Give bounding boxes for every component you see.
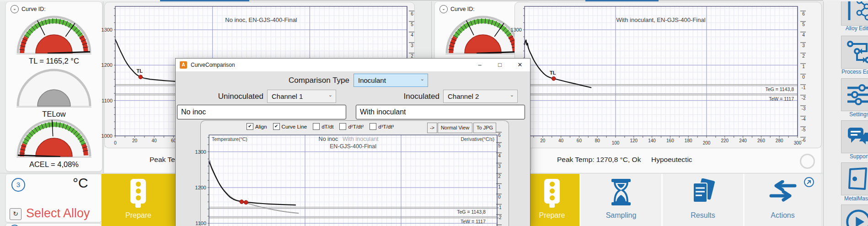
curve-id-label: Curve ID: [21,6,46,12]
inoculated-label: Inoculated [366,92,439,101]
svg-text:Temperature(°C): Temperature(°C) [212,136,247,142]
settings-sliders-icon [846,82,868,108]
refresh-button[interactable]: ↻ [10,208,21,220]
curve-id-label: Curve ID: [450,6,475,12]
minimize-button[interactable]: – [470,59,490,71]
svg-text:-1: -1 [498,205,502,210]
sampling-label: Sampling [581,211,661,220]
alloy-editor-icon [846,0,868,22]
select-alloy-button[interactable]: Select Alloy [26,206,90,221]
comparison-type-label: Comparison Type [258,76,349,85]
uninoculated-name-input[interactable] [177,105,346,119]
normal-view-button[interactable]: Normal View [438,123,472,133]
svg-text:0: 0 [498,194,501,199]
d-t-dt--checkbox[interactable]: d²T/dt² [339,123,364,130]
curve-id-header: ⌄ Curve ID: [439,5,475,13]
results-tile[interactable]: Results [663,174,743,226]
application-window: Peak Te Peak Temp: 1270,8 °C, Ok Hypoeut… [0,0,868,226]
inoculated-name-input[interactable] [356,105,525,119]
chevron-down-icon: ⌄ [510,92,514,98]
uninoculated-label: Uninoculated [190,92,263,101]
svg-text:With inoculant: With inoculant [343,136,379,142]
sidebar-item-process-editor[interactable] [841,36,868,69]
inoculated-channel-value: Channel 2 [448,92,479,100]
sidebar: Alloy Editor Process Editor Settings [823,0,868,226]
svg-text:1200: 1200 [195,185,206,190]
svg-text:4: 4 [498,153,501,158]
chevron-down-icon[interactable]: ⌄ [11,5,19,13]
svg-text:1100: 1100 [195,221,206,226]
telow-gauge [15,67,93,109]
sidebar-item-settings[interactable] [841,78,868,111]
prepare-label: Prepare [525,211,579,220]
inoculated-channel-select[interactable]: Channel 2⌄ [443,90,518,103]
to-jpg-button[interactable]: To JPG [473,123,496,133]
svg-text:3: 3 [498,164,501,169]
left-curve-id-panel: ⌄ Curve ID: TL = 1165,2 °C TELow ACEL = … [5,1,102,172]
process-editor-icon [846,40,868,64]
maximize-button[interactable]: □ [490,59,510,71]
swap-arrows-icon [768,180,798,202]
sampling-tile[interactable]: Sampling [581,174,661,226]
acel-gauge [15,117,93,159]
sidebar-item-alloy-editor[interactable] [841,0,868,26]
svg-text:TeW = 1117: TeW = 1117 [461,219,486,224]
dt-dt-checkbox[interactable]: dT/dt [313,123,333,130]
top-edge-strip [0,0,868,1]
metalmaster-icon [846,167,868,191]
actions-tile[interactable]: Actions [745,174,821,226]
svg-text:1: 1 [498,184,501,189]
traffic-light-icon [544,179,560,204]
eutectic-type-text: Hypoeutectic [651,156,692,164]
documents-icon [691,178,716,205]
comparison-chart-panel: ✔Align✔Curve LinedT/dtd²T/dt²d³T/dt³ -> … [200,120,509,226]
app-icon: A [180,61,187,69]
chevron-down-icon[interactable]: ⌄ [439,5,448,13]
checkbox-row: ✔Align✔Curve LinedT/dtd²T/dt²d³T/dt³ [246,123,394,130]
chevron-down-icon: ⌄ [328,92,332,98]
process-editor-label: Process Editor [841,69,868,75]
tl-gauge [15,14,93,56]
prepare-tile[interactable]: Prepare [525,174,579,226]
uninoculated-channel-select[interactable]: Channel 1⌄ [267,90,336,103]
workflow-tiles: Prepare Sampling Results [525,174,821,226]
forward-button[interactable]: -> [427,123,437,133]
sidebar-item-metalmaster[interactable] [841,162,868,195]
right-peak-temp-text: Peak Temp: 1270,8 °C, Ok [557,156,641,164]
pop-out-arrow-icon[interactable] [804,177,814,188]
next-card-sliver [5,223,102,226]
svg-text:6: 6 [498,133,501,138]
comparison-chart: TeG = 1143,8TeW = 1117130012001100654321… [201,121,509,226]
right-chart-card [514,2,822,148]
dialog-title-bar[interactable]: A CurveComparison – □ ✕ [176,59,530,71]
traffic-light-icon [130,179,146,204]
svg-text:Derivative(°C/s): Derivative(°C/s) [461,136,494,142]
dialog-title: CurveComparison [191,62,470,68]
sidebar-item-partial[interactable] [841,204,868,226]
curve-line-checkbox[interactable]: ✔Curve Line [273,123,307,130]
play-circle-icon [845,207,868,226]
curve-id-header: ⌄ Curve ID: [11,5,46,13]
results-label: Results [663,211,743,220]
svg-text:EN-GJS-400-Final: EN-GJS-400-Final [330,143,376,150]
svg-text:1300: 1300 [195,149,206,155]
svg-text:TeG = 1143,8: TeG = 1143,8 [457,209,486,215]
svg-text:-2: -2 [498,215,502,220]
left-prepare-tile[interactable]: Prepare [102,174,175,226]
curve-comparison-dialog: A CurveComparison – □ ✕ Comparison Type … [175,58,530,226]
svg-text:5: 5 [498,143,501,148]
uninoculated-channel-value: Channel 1 [272,92,303,100]
sidebar-item-support[interactable] [841,120,868,153]
status-ring-indicator [800,154,815,169]
support-label: Support [841,153,868,160]
close-button[interactable]: ✕ [510,59,530,71]
comparison-type-value: Inoculant [358,76,386,84]
tl-gauge-label: TL = 1165,2 °C [6,57,102,65]
actions-label: Actions [745,211,821,220]
left-peak-temp-text: Peak Te [150,156,175,164]
align-checkbox[interactable]: ✔Align [246,123,267,130]
hourglass-icon [610,178,632,206]
comparison-type-select[interactable]: Inoculant⌄ [354,74,428,87]
panel-divider [103,0,103,173]
d-t-dt--checkbox[interactable]: d³T/dt³ [370,123,394,130]
